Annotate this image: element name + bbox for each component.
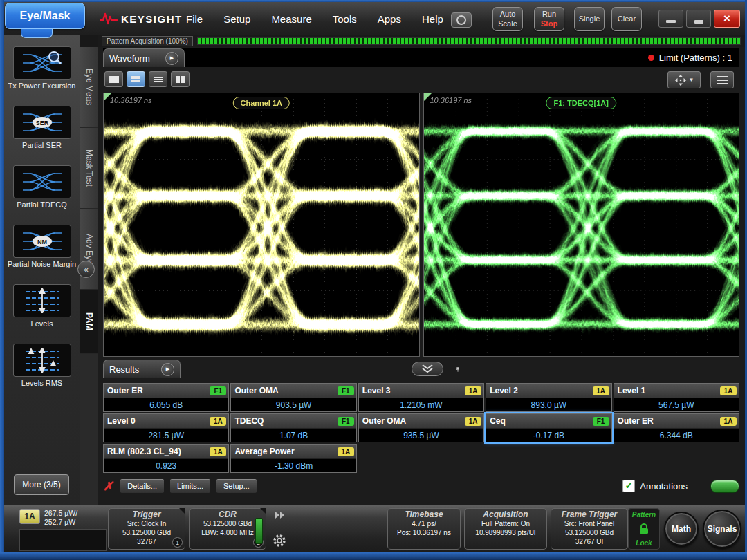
annotations-control: ✓ Annotations [622, 480, 739, 493]
play-icon: ▶ [166, 366, 169, 372]
status-panel-cdr[interactable]: CDR53.125000 GBdLBW: 4.000 MHz2 [189, 508, 266, 550]
results-tab-strip: Results ▶ [103, 360, 739, 379]
results-pin-button[interactable] [452, 362, 464, 376]
panel-fold-icon [260, 508, 266, 514]
source-badge: F1 [338, 386, 354, 395]
chevron-down-icon: ▼ [688, 77, 694, 83]
close-button[interactable]: × [714, 10, 740, 28]
source-label-chip: Channel 1A [232, 97, 290, 109]
pattern-lock-bottom-label: Lock [636, 539, 652, 547]
result-cell-ceq[interactable]: CeqF1-0.17 dB [486, 413, 611, 442]
sidebar-item-partial-ser[interactable]: SERPartial SER [4, 106, 80, 150]
more-measurements-button[interactable]: More (3/5) [14, 474, 69, 495]
result-cell-outer-er[interactable]: Outer ERF16.055 dB [103, 383, 229, 412]
clear-button[interactable]: Clear [611, 7, 642, 31]
result-cell-outer-er[interactable]: Outer ER1A6.344 dB [614, 413, 739, 442]
menu-file[interactable]: File [176, 2, 213, 35]
status-green-indicator[interactable] [710, 480, 739, 493]
annotations-checkbox[interactable]: ✓ [622, 480, 635, 492]
sidebar-item-partial-noise-margin[interactable]: NMPartial Noise Margin [4, 225, 80, 269]
channel-chip[interactable]: 1A [19, 509, 40, 524]
layout-single-button[interactable] [104, 71, 123, 87]
pan-zoom-button[interactable]: ▼ [667, 71, 701, 88]
source-badge: 1A [720, 417, 737, 426]
result-cell-outer-oma[interactable]: Outer OMA1A935.5 µW [358, 413, 484, 442]
result-cell-average-power[interactable]: Average Power1A-1.30 dBm [230, 444, 356, 473]
result-value: -1.30 dBm [231, 459, 356, 472]
menu-help[interactable]: Help [412, 2, 454, 35]
status-panel-trigger[interactable]: TriggerSrc: Clock In53.125000 GBd327671 [108, 508, 185, 550]
results-collapse-button[interactable] [412, 362, 443, 376]
layout-quad-button[interactable] [127, 71, 145, 87]
result-name: Level 0 [107, 416, 136, 426]
result-cell-level-3[interactable]: Level 31A1.2105 mW [358, 383, 484, 412]
minimize-button[interactable] [658, 10, 683, 28]
double-chevron-right-icon[interactable] [274, 511, 285, 519]
tab-results[interactable]: Results ▶ [103, 360, 181, 378]
signals-button[interactable]: Signals [703, 510, 741, 548]
minimize-icon [666, 20, 676, 23]
menu-hamburger-button[interactable] [710, 71, 734, 88]
status-panel-line: 53.125000 GBd [551, 528, 627, 537]
sidebar-item-tx-power-excursion[interactable]: Tx Power Excursion [4, 46, 80, 91]
layout-columns-button[interactable] [171, 71, 190, 87]
menu-tools[interactable]: Tools [322, 2, 367, 35]
tab-pam[interactable]: PAM [80, 290, 98, 354]
pam-eye-nm-icon: NM [13, 225, 71, 258]
pattern-lock-indicator[interactable]: Pattern Lock [628, 508, 660, 550]
collapse-icon: « [84, 265, 89, 274]
status-panel-frame-trigger[interactable]: Frame TriggerSrc: Front Panel53.125000 G… [551, 508, 628, 550]
waveform-play-button[interactable]: ▶ [165, 52, 178, 65]
result-value: 893.0 µW [486, 398, 611, 411]
tab-mask-test[interactable]: Mask Test [80, 128, 98, 209]
restore-button[interactable] [686, 10, 711, 28]
result-cell-tdecq[interactable]: TDECQF11.07 dB [230, 413, 356, 442]
menu-apps[interactable]: Apps [367, 2, 412, 35]
eye-mask-mode-tail [21, 29, 53, 38]
sidebar-item-levels[interactable]: Levels [4, 284, 80, 328]
details-button[interactable]: Details... [120, 478, 165, 494]
menu-setup[interactable]: Setup [213, 2, 261, 35]
results-play-button[interactable]: ▶ [161, 363, 174, 376]
source-badge: 1A [210, 447, 226, 456]
channel-status-group[interactable]: 1A 267.5 µW/ 252.7 µW [19, 509, 109, 551]
limits-button[interactable]: Limits... [169, 478, 211, 494]
eye-diagram-panel-channel-1a[interactable]: 10.36197 ns Channel 1A [103, 93, 420, 357]
math-button[interactable]: Math [664, 512, 699, 546]
tab-waveform[interactable]: Waveform ▶ [103, 48, 185, 67]
limit-fail-icon: ✗ [103, 479, 113, 494]
pam-eye-tdecq-icon [13, 165, 71, 198]
status-panel-timebase[interactable]: Timebase4.71 ps/Pos: 10.36197 ns [387, 508, 461, 550]
run-stop-button[interactable]: Run Stop [534, 7, 564, 31]
double-chevron-down-icon [420, 364, 435, 373]
result-cell-outer-oma[interactable]: Outer OMAF1903.5 µW [230, 383, 356, 412]
result-cell-level-2[interactable]: Level 21A893.0 µW [486, 383, 611, 412]
results-grid: Outer ERF16.055 dBOuter OMAF1903.5 µWLev… [103, 383, 739, 473]
layout-rows-button[interactable] [149, 71, 167, 87]
result-value: 903.5 µW [231, 398, 356, 411]
result-cell-level-0[interactable]: Level 01A281.5 µW [103, 413, 229, 442]
auto-scale-button[interactable]: Auto Scale [492, 7, 523, 31]
sidebar-item-levels-rms[interactable]: Levels RMS [4, 344, 80, 388]
eye-diagram-canvas-green[interactable] [424, 93, 739, 356]
single-button[interactable]: Single [574, 7, 605, 31]
tab-eye-meas[interactable]: Eye Meas [80, 47, 98, 128]
result-name: Level 1 [618, 386, 646, 395]
source-badge: 1A [720, 386, 737, 395]
gear-icon[interactable] [272, 533, 287, 548]
close-icon: × [723, 12, 730, 26]
menu-measure[interactable]: Measure [261, 2, 322, 35]
eye-diagram-canvas-yellow[interactable] [104, 93, 419, 356]
eye-mask-mode-button[interactable]: Eye/Mask [5, 3, 85, 29]
sidebar-collapse-button[interactable]: « [77, 261, 95, 278]
sidebar-item-partial-tdecq[interactable]: Partial TDECQ [4, 165, 80, 209]
result-cell-rlm-802-3-cl-94[interactable]: RLM (802.3 CL_94)1A0.923 [103, 444, 229, 473]
status-panel-acquisition[interactable]: AcquisitionFull Pattern: On10.98998993 p… [464, 508, 547, 550]
eye-diagram-panel-f1-tdecq[interactable]: 10.36197 ns F1: TDECQ[1A] [423, 93, 740, 357]
status-panel-line: 53.125000 GBd [190, 519, 266, 528]
screenshot-camera-button[interactable] [451, 12, 472, 28]
channel-waveform-thumbnail[interactable] [19, 529, 107, 551]
setup-button[interactable]: Setup... [216, 478, 257, 494]
source-badge: F1 [338, 417, 354, 426]
result-cell-level-1[interactable]: Level 11A567.5 µW [614, 383, 739, 412]
